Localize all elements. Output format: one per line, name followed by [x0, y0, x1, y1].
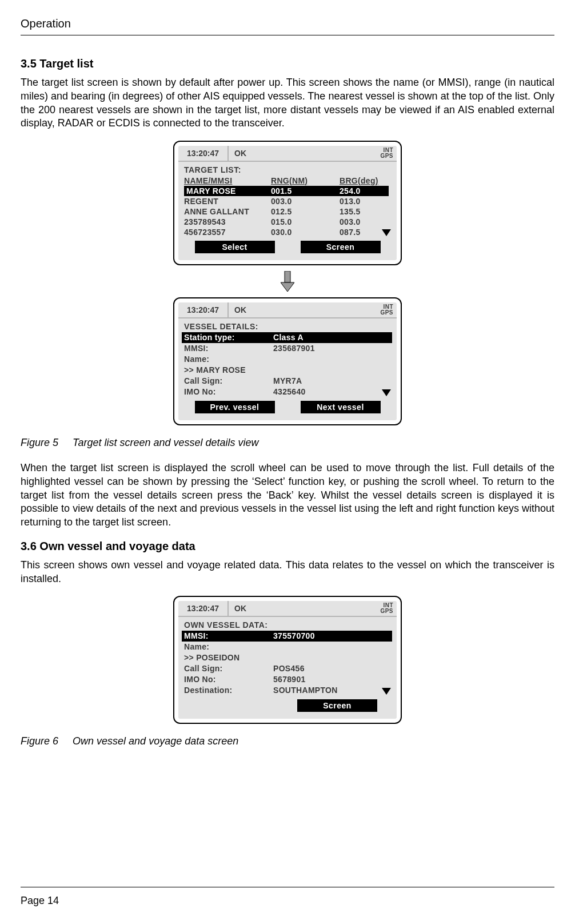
section-heading-3-6: 3.6 Own vessel and voyage data	[21, 540, 554, 553]
list-item[interactable]: Destination: SOUTHAMPTON	[184, 685, 390, 696]
status-gps: GPS	[380, 310, 393, 316]
status-time: 13:20:47	[178, 302, 229, 317]
list-item[interactable]: Call Sign: MYR7A	[184, 376, 390, 387]
softkey-screen[interactable]: Screen	[301, 241, 381, 253]
field-label: MMSI:	[184, 631, 273, 642]
list-item[interactable]: >> POSEIDON	[184, 652, 390, 663]
cell-name: REGENT	[184, 196, 271, 206]
header-rule	[21, 35, 554, 35]
section-3-6-para-1: This screen shows own vessel and voyage …	[21, 559, 554, 586]
screen-title: OWN VESSEL DATA:	[178, 617, 397, 631]
figure-6-caption: Figure 6 Own vessel and voyage data scre…	[21, 735, 554, 747]
status-indicators: INT GPS	[367, 146, 397, 161]
figure-text: Target list screen and vessel details vi…	[73, 437, 259, 448]
figure-label: Figure 6	[21, 735, 58, 747]
list-item[interactable]: Name:	[184, 354, 390, 365]
field-label: Name:	[184, 642, 273, 652]
table-row[interactable]: 456723557 030.0 087.5	[184, 227, 389, 237]
field-value: Class A	[273, 332, 392, 343]
cell-name: MARY ROSE	[184, 186, 271, 196]
cell-rng: 012.5	[271, 206, 340, 217]
screen-title: VESSEL DETAILS:	[178, 318, 397, 332]
cell-brg: 254.0	[340, 186, 389, 196]
chapter-title: Operation	[21, 17, 554, 30]
cell-brg: 003.0	[340, 217, 389, 227]
section-heading-3-5: 3.5 Target list	[21, 57, 554, 70]
status-gps: GPS	[380, 153, 393, 159]
cell-rng: 015.0	[271, 217, 340, 227]
scroll-down-icon[interactable]	[382, 389, 391, 396]
softkey-screen[interactable]: Screen	[297, 699, 377, 712]
table-row[interactable]: ANNE GALLANT 012.5 135.5	[184, 206, 389, 217]
col-rng: RNG(NM)	[271, 176, 340, 186]
figure-5-caption: Figure 5 Target list screen and vessel d…	[21, 437, 554, 449]
field-value: POS456	[273, 663, 390, 674]
arrow-down-icon	[281, 271, 294, 292]
status-indicators: INT GPS	[367, 601, 397, 616]
field-label: Call Sign:	[184, 376, 273, 387]
svg-rect-0	[285, 271, 290, 282]
vessel-details-list[interactable]: Station type: Class A MMSI: 235687901 Na…	[184, 332, 390, 397]
list-item[interactable]: IMO No: 4325640	[184, 387, 390, 397]
list-item[interactable]: IMO No: 5678901	[184, 674, 390, 685]
field-label: >> POSEIDON	[184, 652, 273, 663]
footer-rule	[21, 887, 554, 887]
cell-brg: 135.5	[340, 206, 389, 217]
col-name-mmsi: NAME/MMSI	[184, 176, 271, 186]
status-ok: OK	[229, 302, 367, 317]
page-number: Page 14	[21, 895, 59, 907]
status-bar: 13:20:47 OK INT GPS	[178, 146, 397, 162]
cell-brg: 013.0	[340, 196, 389, 206]
section-3-5-para-1: The target list screen is shown by defau…	[21, 76, 554, 130]
softkey-next-vessel[interactable]: Next vessel	[301, 401, 381, 413]
softkey-prev-vessel[interactable]: Prev. vessel	[195, 401, 275, 413]
list-item[interactable]: Name:	[184, 642, 390, 652]
field-value: 375570700	[273, 631, 392, 642]
status-ok: OK	[229, 601, 367, 616]
field-label: IMO No:	[184, 387, 273, 397]
status-indicators: INT GPS	[367, 302, 397, 317]
field-label: Destination:	[184, 685, 273, 696]
field-value	[273, 365, 390, 376]
softkey-select[interactable]: Select	[195, 241, 275, 253]
field-label: Station type:	[184, 332, 273, 343]
scroll-down-icon[interactable]	[382, 688, 391, 695]
field-value: 4325640	[273, 387, 390, 397]
field-value: 5678901	[273, 674, 390, 685]
field-value: MYR7A	[273, 376, 390, 387]
field-label: >> MARY ROSE	[184, 365, 273, 376]
field-label: MMSI:	[184, 343, 273, 354]
target-list-table[interactable]: NAME/MMSI RNG(NM) BRG(deg) MARY ROSE 001…	[184, 176, 389, 237]
list-item[interactable]: >> MARY ROSE	[184, 365, 390, 376]
status-time: 13:20:47	[178, 146, 229, 161]
cell-rng: 001.5	[271, 186, 340, 196]
scroll-down-icon[interactable]	[382, 229, 391, 236]
own-vessel-list[interactable]: MMSI: 375570700 Name: >> POSEIDON Ca	[184, 631, 390, 696]
cell-name: 456723557	[184, 227, 271, 237]
field-value: 235687901	[273, 343, 390, 354]
field-value	[273, 652, 390, 663]
figure-6: 13:20:47 OK INT GPS OWN VESSEL DATA: MMS…	[21, 596, 554, 724]
figure-5: 13:20:47 OK INT GPS TARGET LIST: NAME/MM…	[21, 141, 554, 425]
list-item[interactable]: MMSI: 375570700	[182, 631, 392, 642]
status-gps: GPS	[380, 608, 393, 614]
device-target-list: 13:20:47 OK INT GPS TARGET LIST: NAME/MM…	[173, 141, 402, 265]
field-value	[273, 642, 390, 652]
status-time: 13:20:47	[178, 601, 229, 616]
field-label: IMO No:	[184, 674, 273, 685]
figure-label: Figure 5	[21, 437, 58, 448]
list-item[interactable]: MMSI: 235687901	[184, 343, 390, 354]
svg-marker-1	[281, 282, 294, 292]
cell-rng: 030.0	[271, 227, 340, 237]
field-label: Name:	[184, 354, 273, 365]
list-item[interactable]: Station type: Class A	[182, 332, 392, 343]
table-row[interactable]: REGENT 003.0 013.0	[184, 196, 389, 206]
col-brg: BRG(deg)	[340, 176, 389, 186]
table-row[interactable]: 235789543 015.0 003.0	[184, 217, 389, 227]
screen-title: TARGET LIST:	[178, 162, 397, 176]
section-3-5-para-2: When the target list screen is displayed…	[21, 461, 554, 529]
status-ok: OK	[229, 146, 367, 161]
list-item[interactable]: Call Sign: POS456	[184, 663, 390, 674]
device-own-vessel: 13:20:47 OK INT GPS OWN VESSEL DATA: MMS…	[173, 596, 402, 724]
table-row[interactable]: MARY ROSE 001.5 254.0	[184, 186, 389, 196]
